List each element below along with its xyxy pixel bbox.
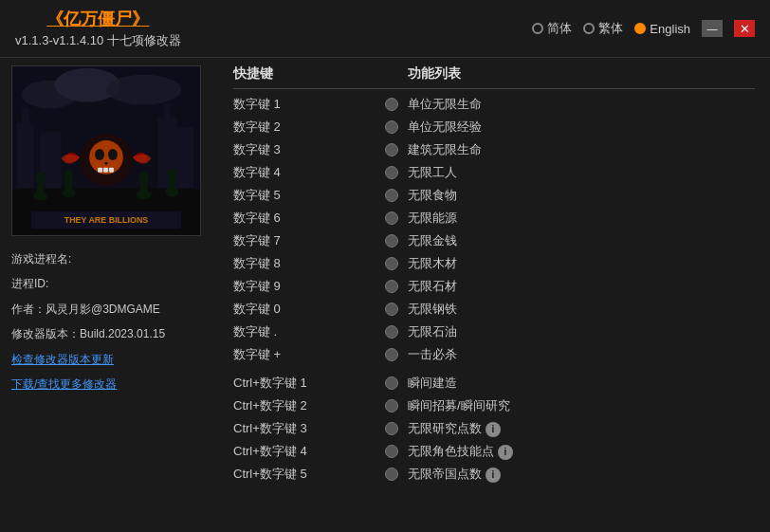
toggle-button[interactable] (385, 325, 398, 339)
game-title[interactable]: 《亿万僵尸》 (46, 8, 149, 30)
game-subtitle: v1.1.3-v1.1.4.10 十七项修改器 (15, 32, 181, 49)
key-name: 数字键 8 (233, 255, 385, 272)
toggle-dot-wrap (385, 348, 408, 361)
lang-jianti[interactable]: 简体 (532, 20, 572, 37)
author-label: 作者：风灵月影@3DMGAME (11, 303, 160, 316)
feature-row: 数字键 +一击必杀 (233, 343, 755, 366)
toggle-dot-wrap (385, 468, 408, 481)
radio-jianti (532, 23, 543, 34)
feature-name: 无限食物 (408, 187, 755, 204)
feature-name: 无限角色技能点i (408, 443, 755, 460)
main-content: THEY ARE BILLIONS (0, 58, 770, 531)
toggle-button[interactable] (385, 120, 398, 134)
feature-row: Ctrl+数字键 4无限角色技能点i (233, 440, 755, 463)
toggle-dot-wrap (385, 445, 408, 458)
svg-rect-8 (164, 104, 170, 121)
key-name: Ctrl+数字键 3 (233, 420, 385, 437)
feature-row: 数字键 3建筑无限生命 (233, 138, 755, 161)
svg-rect-5 (22, 108, 29, 127)
key-name: 数字键 6 (233, 210, 385, 227)
toggle-button[interactable] (385, 376, 398, 390)
toggle-button[interactable] (385, 399, 398, 413)
game-artwork: THEY ARE BILLIONS (12, 65, 200, 236)
key-name: 数字键 2 (233, 119, 385, 136)
toggle-dot-wrap (385, 143, 408, 156)
feature-name: 无限金钱 (408, 232, 755, 249)
feature-row: 数字键 1单位无限生命 (233, 93, 755, 116)
toggle-button[interactable] (385, 234, 398, 248)
key-name: 数字键 0 (233, 301, 385, 318)
feature-name: 单位无限生命 (408, 96, 755, 113)
download-row: 下载/查找更多修改器 (11, 375, 207, 394)
key-name: Ctrl+数字键 1 (233, 375, 385, 392)
svg-point-29 (139, 172, 149, 181)
right-panel: 快捷键 功能列表 数字键 1单位无限生命数字键 2单位无限经验数字键 3建筑无限… (218, 58, 770, 531)
feature-row: 数字键 7无限金钱 (233, 229, 755, 252)
toggle-button[interactable] (385, 280, 398, 293)
toggle-button[interactable] (385, 348, 398, 361)
toggle-button[interactable] (385, 468, 398, 481)
col-func-header: 功能列表 (408, 65, 755, 83)
info-icon[interactable]: i (498, 445, 513, 460)
toggle-button[interactable] (385, 166, 398, 179)
svg-point-25 (36, 173, 46, 182)
close-button[interactable]: ✕ (734, 20, 755, 37)
toggle-button[interactable] (385, 303, 398, 316)
key-name: 数字键 9 (233, 278, 385, 295)
key-name: Ctrl+数字键 2 (233, 397, 385, 414)
toggle-button[interactable] (385, 189, 398, 202)
toggle-button[interactable] (385, 422, 398, 435)
process-name-row: 游戏进程名: (11, 249, 207, 268)
toggle-dot-wrap (385, 303, 408, 316)
radio-english (634, 23, 646, 34)
toggle-dot-wrap (385, 120, 408, 134)
feature-name: 无限石油 (408, 323, 755, 340)
version-label: 修改器版本：Build.2023.01.15 (11, 327, 165, 340)
feature-row: 数字键 6无限能源 (233, 207, 755, 229)
feature-row: 数字键 2单位无限经验 (233, 116, 755, 138)
minimize-button[interactable]: — (702, 20, 723, 37)
svg-rect-19 (109, 168, 114, 173)
check-update-row: 检查修改器版本更新 (11, 350, 207, 369)
feature-name: 无限研究点数i (408, 420, 755, 437)
check-update-link[interactable]: 检查修改器版本更新 (11, 353, 114, 366)
toggle-dot-wrap (385, 257, 408, 270)
lang-fanti[interactable]: 繁体 (583, 20, 623, 37)
info-icon[interactable]: i (486, 422, 501, 437)
svg-rect-17 (98, 168, 102, 173)
feature-name: 无限钢铁 (408, 301, 755, 318)
download-link[interactable]: 下载/查找更多修改器 (11, 377, 117, 391)
key-name: Ctrl+数字键 5 (233, 466, 385, 483)
lang-english-label: English (650, 22, 690, 36)
lang-jianti-label: 简体 (547, 20, 572, 37)
title-right: 简体 繁体 English — ✕ (532, 20, 755, 37)
feature-name: 无限石材 (408, 278, 755, 295)
toggle-dot-wrap (385, 376, 408, 390)
key-name: Ctrl+数字键 4 (233, 443, 385, 460)
key-name: 数字键 4 (233, 164, 385, 181)
lang-english[interactable]: English (634, 22, 690, 36)
col-key-header: 快捷键 (233, 65, 385, 83)
toggle-dot-wrap (385, 189, 408, 202)
feature-name: 单位无限经验 (408, 119, 755, 136)
svg-rect-9 (176, 127, 193, 197)
feature-row: Ctrl+数字键 3无限研究点数i (233, 417, 755, 440)
info-icon[interactable]: i (486, 468, 501, 483)
toggle-button[interactable] (385, 98, 398, 111)
toggle-button[interactable] (385, 257, 398, 270)
toggle-button[interactable] (385, 143, 398, 156)
svg-point-27 (64, 170, 73, 179)
toggle-dot-wrap (385, 211, 408, 225)
feature-row: Ctrl+数字键 5无限帝国点数i (233, 463, 755, 486)
feature-row: 数字键 9无限石材 (233, 275, 755, 298)
author-row: 作者：风灵月影@3DMGAME (11, 300, 207, 319)
svg-point-3 (106, 75, 181, 105)
toggle-button[interactable] (385, 445, 398, 458)
feature-row: Ctrl+数字键 1瞬间建造 (233, 372, 755, 394)
feature-row: 数字键 4无限工人 (233, 161, 755, 184)
feature-name: 无限能源 (408, 210, 755, 227)
toggle-dot-wrap (385, 422, 408, 435)
feature-name: 瞬间建造 (408, 375, 755, 392)
toggle-dot-wrap (385, 399, 408, 413)
toggle-button[interactable] (385, 211, 398, 225)
